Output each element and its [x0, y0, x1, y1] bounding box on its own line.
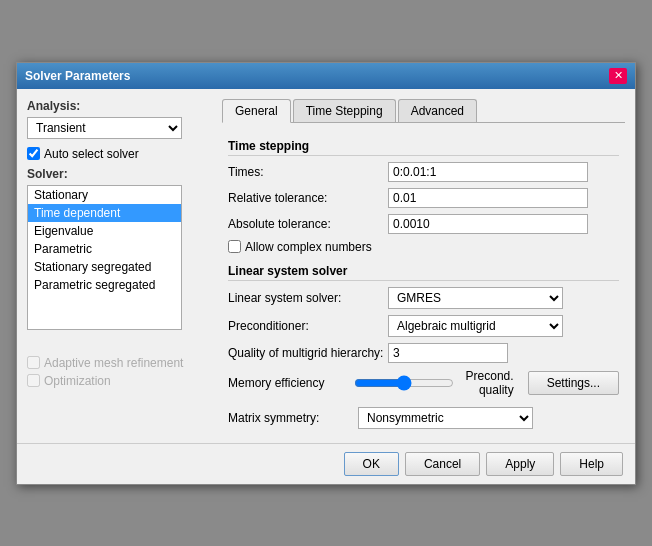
apply-button[interactable]: Apply [486, 452, 554, 476]
auto-solver-checkbox[interactable] [27, 147, 40, 160]
linear-solver-select[interactable]: GMRES FGMRES Direct Iterative [388, 287, 563, 309]
optimization-checkbox [27, 374, 40, 387]
analysis-dropdown-row: Transient [27, 117, 212, 139]
allow-complex-row: Allow complex numbers [228, 240, 619, 254]
times-input[interactable]: 0:0.01:1 [388, 162, 588, 182]
relative-tol-row: Relative tolerance: 0.01 [228, 188, 619, 208]
linear-solver-label: Linear system solver: [228, 291, 388, 305]
preconditioner-row: Preconditioner: Algebraic multigrid SOR … [228, 315, 619, 337]
slider-row: Memory efficiency Precond. quality Setti… [228, 369, 619, 397]
linear-system-label: Linear system solver [228, 264, 619, 281]
analysis-select[interactable]: Transient [27, 117, 182, 139]
auto-solver-row: Auto select solver [27, 147, 212, 161]
time-stepping-label: Time stepping [228, 139, 619, 156]
tab-general-content: Time stepping Times: 0:0.01:1 Relative t… [222, 131, 625, 433]
analysis-label: Analysis: [27, 99, 212, 113]
precond-quality-label: Precond. quality [460, 369, 514, 397]
adaptive-mesh-checkbox [27, 356, 40, 369]
times-label: Times: [228, 165, 388, 179]
tab-general[interactable]: General [222, 99, 291, 123]
absolute-tol-row: Absolute tolerance: 0.0010 [228, 214, 619, 234]
adaptive-mesh-label: Adaptive mesh refinement [44, 356, 183, 370]
matrix-symmetry-select[interactable]: Nonsymmetric Symmetric Hermitian [358, 407, 533, 429]
ok-button[interactable]: OK [344, 452, 399, 476]
preconditioner-label: Preconditioner: [228, 319, 388, 333]
solver-listbox-wrapper: Stationary Time dependent Eigenvalue Par… [27, 185, 212, 336]
linear-solver-row: Linear system solver: GMRES FGMRES Direc… [228, 287, 619, 309]
solver-label: Solver: [27, 167, 212, 181]
dialog-body: Analysis: Transient Auto select solver S… [17, 89, 635, 443]
tab-advanced[interactable]: Advanced [398, 99, 477, 122]
solver-parameters-dialog: Solver Parameters ✕ Analysis: Transient … [16, 62, 636, 485]
list-item[interactable]: Stationary segregated [28, 258, 181, 276]
list-item[interactable]: Time dependent [28, 204, 181, 222]
multigrid-quality-row: Quality of multigrid hierarchy: 3 [228, 343, 619, 363]
matrix-symmetry-row: Matrix symmetry: Nonsymmetric Symmetric … [228, 407, 619, 429]
solver-listbox[interactable]: Stationary Time dependent Eigenvalue Par… [27, 185, 182, 330]
relative-tol-label: Relative tolerance: [228, 191, 388, 205]
right-panel: General Time Stepping Advanced Time step… [222, 99, 625, 433]
multigrid-quality-label: Quality of multigrid hierarchy: [228, 346, 388, 360]
tabs: General Time Stepping Advanced [222, 99, 625, 123]
auto-solver-label: Auto select solver [44, 147, 139, 161]
multigrid-quality-input[interactable]: 3 [388, 343, 508, 363]
title-bar: Solver Parameters ✕ [17, 63, 635, 89]
cancel-button[interactable]: Cancel [405, 452, 480, 476]
optimization-label: Optimization [44, 374, 111, 388]
relative-tol-input[interactable]: 0.01 [388, 188, 588, 208]
allow-complex-label: Allow complex numbers [245, 240, 372, 254]
absolute-tol-label: Absolute tolerance: [228, 217, 388, 231]
optimization-row: Optimization [27, 374, 212, 388]
times-row: Times: 0:0.01:1 [228, 162, 619, 182]
help-button[interactable]: Help [560, 452, 623, 476]
absolute-tol-input[interactable]: 0.0010 [388, 214, 588, 234]
left-panel: Analysis: Transient Auto select solver S… [27, 99, 212, 433]
preconditioner-select[interactable]: Algebraic multigrid SOR SSOR Incomplete … [388, 315, 563, 337]
adaptive-mesh-row: Adaptive mesh refinement [27, 356, 212, 370]
dialog-footer: OK Cancel Apply Help [17, 443, 635, 484]
list-item[interactable]: Stationary [28, 186, 181, 204]
tab-time-stepping[interactable]: Time Stepping [293, 99, 396, 122]
settings-button[interactable]: Settings... [528, 371, 619, 395]
quality-slider[interactable] [354, 375, 454, 391]
dialog-title: Solver Parameters [25, 69, 130, 83]
matrix-symmetry-label: Matrix symmetry: [228, 411, 358, 425]
memory-efficiency-label: Memory efficiency [228, 376, 348, 390]
allow-complex-checkbox[interactable] [228, 240, 241, 253]
close-button[interactable]: ✕ [609, 68, 627, 84]
list-item[interactable]: Eigenvalue [28, 222, 181, 240]
list-item[interactable]: Parametric segregated [28, 276, 181, 294]
list-item[interactable]: Parametric [28, 240, 181, 258]
